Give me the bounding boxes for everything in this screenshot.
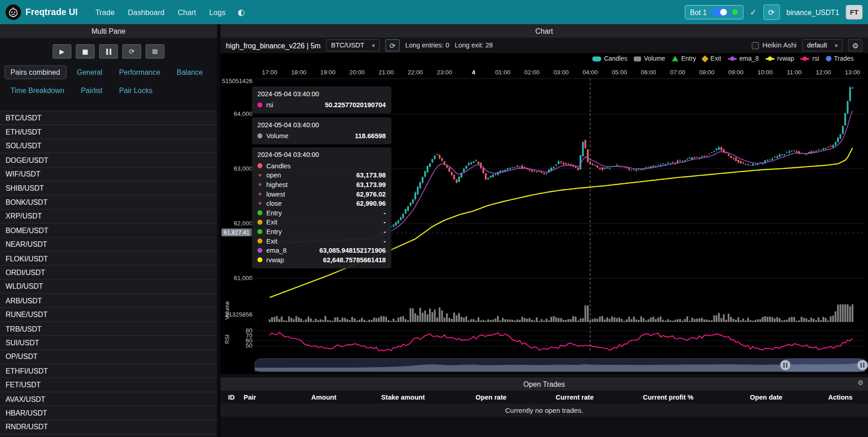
heikin-ashi-checkbox[interactable] <box>752 42 759 49</box>
trades-column-header[interactable]: Actions <box>813 393 868 401</box>
pair-list-item[interactable]: BOME/USDT <box>0 224 217 238</box>
pair-list-item[interactable]: ORDI/USDT <box>0 266 217 280</box>
pane-tab[interactable]: Performance <box>113 65 166 79</box>
pair-list-item[interactable]: BONK/USDT <box>0 196 217 210</box>
trades-column-header[interactable]: Pair <box>244 393 291 401</box>
pair-list-item[interactable]: ETH/USDT <box>0 125 217 140</box>
pane-tab[interactable]: Pairlist <box>75 83 109 97</box>
pair-label: WLD/USDT <box>5 282 43 291</box>
pair-list-item[interactable]: ETHFI/USDT <box>0 364 217 378</box>
trades-column-header[interactable]: Amount <box>291 393 356 401</box>
pane-tab[interactable]: Pairs combined <box>5 65 66 79</box>
tooltip-row: close 62,990.96 <box>257 198 386 208</box>
pair-list-item[interactable]: ARB/USDT <box>0 294 217 308</box>
chart-legend: Candles Volume Entry <box>592 55 853 62</box>
pair-list-item[interactable]: RNDR/USDT <box>0 420 217 434</box>
pair-label: TRB/USDT <box>5 324 42 333</box>
legend-item[interactable]: Volume <box>634 55 665 62</box>
legend-item[interactable]: rsi <box>801 55 819 62</box>
brand-title[interactable]: Freqtrade UI <box>26 7 78 17</box>
chart-toolbar: high_frog_binance_v226 | 5m BTC/USDT ▾ ⟳… <box>220 37 868 53</box>
tooltip-row: Exit - <box>257 218 386 227</box>
chart-refresh-button[interactable]: ⟳ <box>385 39 400 52</box>
trades-column-header[interactable]: Current profit % <box>617 393 720 401</box>
legend-label: Volume <box>644 55 665 62</box>
trades-settings-gear-icon[interactable]: ⚙ <box>858 379 863 387</box>
series-dot-icon <box>257 248 262 253</box>
pane-tab[interactable]: Time Breakdown <box>5 83 70 97</box>
pair-list-item[interactable]: HBAR/USDT <box>0 406 217 421</box>
trades-column-header[interactable]: Open date <box>720 393 813 401</box>
pair-list-item[interactable]: TRB/USDT <box>0 322 217 336</box>
pair-list-item[interactable]: RUNE/USDT <box>0 308 217 322</box>
navigator-handle[interactable] <box>857 360 868 370</box>
legend-item[interactable]: Exit <box>703 55 721 62</box>
nav-link[interactable]: Dashboard <box>122 5 170 20</box>
pair-list-item[interactable]: WLD/USDT <box>0 280 217 294</box>
pair-list-item[interactable]: FET/USDT <box>0 378 217 392</box>
nav-link[interactable]: Trade <box>90 5 120 20</box>
pair-list-item[interactable]: SUI/USDT <box>0 336 217 350</box>
legend-item[interactable]: rvwap <box>765 55 794 62</box>
pane-tab[interactable]: Pair Locks <box>113 83 159 97</box>
nav-link[interactable]: Logs <box>204 5 231 20</box>
pair-list-item[interactable]: WIF/USDT <box>0 167 217 182</box>
pair-list-item[interactable]: OP/USDT <box>0 350 217 364</box>
tooltip-row: open 63,173.98 <box>257 171 386 180</box>
pair-list-item[interactable]: SOL/USDT <box>0 139 217 153</box>
refresh-button[interactable]: ⟳ <box>763 5 779 20</box>
tooltip-candles: 2024-05-04 03:40:00 Candles <box>252 147 392 269</box>
trades-column-header[interactable]: Stake amount <box>356 393 450 401</box>
trades-column-header[interactable]: ID <box>220 393 244 401</box>
nav-link[interactable]: Chart <box>172 5 201 20</box>
series-dot-icon <box>257 220 262 225</box>
freqtrade-logo-icon[interactable] <box>5 5 21 20</box>
pair-list-item[interactable]: NEAR/USDT <box>0 238 217 252</box>
user-avatar[interactable]: FT <box>846 5 862 20</box>
pair-list-item[interactable]: FLOKI/USDT <box>0 252 217 266</box>
navigator-handle[interactable] <box>780 360 790 370</box>
stop-button[interactable]: ■ <box>76 44 94 59</box>
legend-item[interactable]: Candles <box>592 55 627 62</box>
trades-column-header[interactable]: Current rate <box>533 393 617 401</box>
pair-list-item[interactable]: AR/USDT <box>0 434 217 437</box>
multi-pane-panel: Multi Pane ▶ ■ ⟳ ⊠ Pairs combinedGeneral… <box>0 24 217 437</box>
theme-toggle-icon[interactable]: ◐ <box>238 7 245 17</box>
legend-item[interactable]: Trades <box>826 55 853 62</box>
pause-button[interactable] <box>99 44 118 59</box>
play-button[interactable]: ▶ <box>52 44 71 59</box>
pair-select[interactable]: BTC/USDT ▾ <box>326 39 380 52</box>
pane-tab[interactable]: General <box>71 65 109 79</box>
bot-toggle[interactable] <box>711 8 728 16</box>
plot-settings-button[interactable]: ⚙ <box>848 39 863 52</box>
trades-column-header[interactable]: Open rate <box>450 393 533 401</box>
series-dot-icon <box>257 210 262 215</box>
pair-list-item[interactable]: SHIB/USDT <box>0 182 217 196</box>
chart-navigator[interactable] <box>255 359 868 372</box>
tooltip-row-label: highest <box>266 181 288 188</box>
pair-list-item[interactable]: BTC/USDT <box>0 111 217 125</box>
chart-panel-header: Chart <box>220 24 868 37</box>
tooltip-row: Volume 118.66598 <box>257 131 386 140</box>
legend-label: Candles <box>604 55 627 62</box>
pair-list-item[interactable]: DOGE/USDT <box>0 153 217 167</box>
bot-selector[interactable]: Bot 1 <box>685 5 743 20</box>
tooltip-row-value: 62,648.75785661418 <box>314 256 386 264</box>
legend-item[interactable]: ema_8 <box>728 55 759 62</box>
bot-controls: ▶ ■ ⟳ ⊠ <box>0 37 217 63</box>
open-trades-panel: Open Trades ⚙ IDPairAmountStake amountOp… <box>220 377 868 437</box>
pane-tab[interactable]: Balance <box>171 65 209 79</box>
legend-item[interactable]: Entry <box>672 55 696 62</box>
panel-divider[interactable] <box>217 24 220 437</box>
plot-config-select[interactable]: default ▾ <box>802 39 843 52</box>
stop-icon: ■ <box>82 47 89 55</box>
forceexit-button[interactable]: ⊠ <box>146 44 164 59</box>
open-trades-empty-row: Currently no open trades. <box>220 405 868 417</box>
tooltip-row: highest 63,173.99 <box>257 180 386 189</box>
gear-icon: ⚙ <box>852 41 858 49</box>
chart-panel: Chart high_frog_binance_v226 | 5m BTC/US… <box>220 24 868 437</box>
reload-config-button[interactable]: ⟳ <box>122 44 141 59</box>
tooltip-row-label: rsi <box>266 101 273 109</box>
pair-list-item[interactable]: AVAX/USDT <box>0 392 217 406</box>
pair-list-item[interactable]: XRP/USDT <box>0 209 217 224</box>
